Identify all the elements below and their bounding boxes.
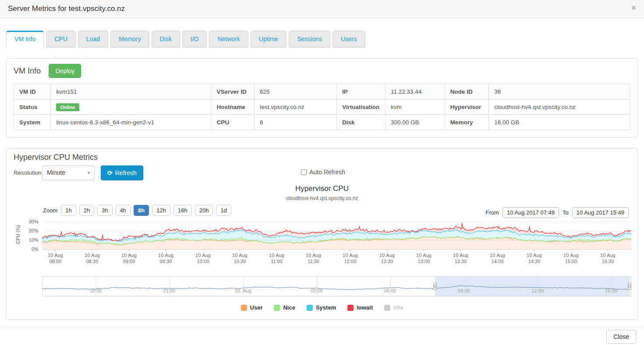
- legend-label: Nice: [283, 304, 295, 311]
- status-badge: Online: [56, 103, 79, 111]
- table-row: VM IDkvm151VServer ID625IP11.22.33.44Nod…: [14, 84, 630, 99]
- legend-label: Iowait: [357, 304, 373, 311]
- tab-vm-info[interactable]: VM Info: [6, 31, 44, 48]
- tab-network[interactable]: Network: [209, 31, 248, 48]
- table-cell-label: Status: [14, 99, 51, 115]
- dialog-title: Server Metrics for test.vpscity.co.nz: [8, 4, 125, 13]
- table-cell-value: kvm: [385, 99, 445, 115]
- table-cell-value: 300.00 GB: [385, 115, 445, 130]
- zoom-button-3h[interactable]: 3h: [97, 205, 112, 216]
- zoom-button-2h[interactable]: 2h: [79, 205, 94, 216]
- chart-title: Hypervisor CPU: [7, 184, 637, 193]
- table-row: Systemlinux-centos-6.3-x86_64-min-gen2-v…: [14, 115, 630, 130]
- zoom-button-20h[interactable]: 20h: [195, 205, 213, 216]
- hypervisor-cpu-metrics-panel: Hypervisor CPU Metrics Resolution: Minut…: [6, 148, 638, 320]
- table-cell-label: Memory: [445, 115, 489, 130]
- hypervisor-cpu-chart[interactable]: [14, 218, 634, 267]
- to-date-input[interactable]: 10 Aug 2017 15:49: [572, 207, 629, 218]
- zoom-button-1d[interactable]: 1d: [216, 205, 231, 216]
- server-metrics-dialog: Server Metrics for test.vpscity.co.nz × …: [0, 0, 644, 345]
- table-cell-label: Virtualisation: [337, 99, 386, 115]
- chart-subtitle: cloudhost-hv4.qst.vpscity.co.nz: [7, 195, 637, 201]
- legend-label: Idle: [393, 304, 403, 311]
- dialog-footer: Close: [0, 327, 644, 345]
- auto-refresh-control: Auto Refresh: [301, 169, 345, 176]
- tab-i-o[interactable]: I/O: [182, 31, 207, 48]
- tab-uptime[interactable]: Uptime: [251, 31, 287, 48]
- refresh-icon: ⟳: [107, 169, 113, 176]
- zoom-button-4h[interactable]: 4h: [116, 205, 131, 216]
- table-cell-value: 16.00 GB: [489, 115, 630, 130]
- tab-cpu[interactable]: CPU: [46, 31, 76, 48]
- zoom-button-group: Zoom 1h2h3h4h8h12h16h20h1d: [43, 207, 234, 214]
- table-cell-label: CPU: [211, 115, 255, 130]
- zoom-button-1h[interactable]: 1h: [61, 205, 76, 216]
- table-cell-value: linux-centos-6.3-x86_64-min-gen2-v1: [51, 115, 211, 130]
- legend-label: System: [316, 304, 336, 311]
- legend-swatch-icon: [307, 305, 313, 311]
- resolution-value: Minute: [47, 169, 65, 176]
- tab-sessions[interactable]: Sessions: [289, 31, 330, 48]
- table-cell-label: VServer ID: [211, 84, 255, 99]
- legend-item-nice[interactable]: Nice: [274, 304, 295, 311]
- table-cell-label: System: [14, 115, 51, 130]
- table-cell-label: Node ID: [445, 84, 489, 99]
- zoom-button-12h[interactable]: 12h: [152, 205, 170, 216]
- date-range-controls: From 10 Aug 2017 07:49 To 10 Aug 2017 15…: [486, 207, 629, 218]
- tab-memory[interactable]: Memory: [110, 31, 149, 48]
- from-date-input[interactable]: 10 Aug 2017 07:49: [502, 207, 559, 218]
- legend-swatch-icon: [241, 305, 247, 311]
- table-cell-value: cloudhost-hv4.qst.vpscity.co.nz: [489, 99, 630, 115]
- close-button[interactable]: Close: [606, 330, 636, 344]
- auto-refresh-checkbox[interactable]: [301, 169, 307, 175]
- zoom-label: Zoom: [43, 207, 57, 214]
- table-cell-value: 625: [254, 84, 336, 99]
- legend-item-idle[interactable]: Idle: [384, 304, 403, 311]
- dialog-header: Server Metrics for test.vpscity.co.nz ×: [0, 0, 644, 18]
- metrics-heading: Hypervisor CPU Metrics: [14, 153, 98, 162]
- table-cell-value: kvm151: [51, 84, 211, 99]
- table-cell-label: Hypervisor: [445, 99, 489, 115]
- resolution-select[interactable]: Minute ▾: [42, 165, 95, 180]
- zoom-button-8h[interactable]: 8h: [134, 205, 149, 216]
- legend-swatch-icon: [347, 305, 354, 311]
- refresh-label: Refresh: [115, 169, 137, 176]
- zoom-buttons: 1h2h3h4h8h12h16h20h1d: [61, 207, 234, 214]
- refresh-button[interactable]: ⟳Refresh: [101, 165, 143, 180]
- deploy-button[interactable]: Deploy: [49, 64, 81, 78]
- chart-legend: UserNiceSystemIowaitIdle: [7, 304, 637, 311]
- table-cell-value: 11.22.33.44: [385, 84, 445, 99]
- table-cell-label: Disk: [337, 115, 386, 130]
- legend-swatch-icon: [384, 305, 390, 311]
- vm-info-table: VM IDkvm151VServer ID625IP11.22.33.44Nod…: [14, 84, 630, 130]
- table-cell-value: 36: [489, 84, 630, 99]
- vm-info-heading: VM Info: [14, 67, 41, 76]
- vm-info-panel: VM Info Deploy VM IDkvm151VServer ID625I…: [6, 58, 638, 137]
- table-cell-label: VM ID: [14, 84, 51, 99]
- legend-swatch-icon: [274, 305, 280, 311]
- table-cell-label: IP: [337, 84, 386, 99]
- navigator-range-selector[interactable]: [42, 276, 631, 296]
- auto-refresh-label: Auto Refresh: [309, 169, 345, 176]
- to-label: To: [563, 209, 569, 216]
- table-cell-value: 6: [254, 115, 336, 130]
- table-cell-value: Online: [51, 99, 211, 115]
- legend-item-iowait[interactable]: Iowait: [347, 304, 373, 311]
- tab-users[interactable]: Users: [333, 31, 365, 48]
- tab-load[interactable]: Load: [78, 31, 108, 48]
- legend-item-system[interactable]: System: [307, 304, 336, 311]
- from-label: From: [486, 209, 499, 216]
- tab-disk[interactable]: Disk: [152, 31, 180, 48]
- resolution-label: Resolution:: [14, 169, 43, 176]
- chevron-down-icon: ▾: [87, 170, 90, 176]
- table-cell-value: test.vpscity.co.nz: [254, 99, 336, 115]
- tab-bar: VM InfoCPULoadMemoryDiskI/ONetworkUptime…: [6, 31, 644, 48]
- table-row: StatusOnlineHostnametest.vpscity.co.nzVi…: [14, 99, 630, 115]
- zoom-button-16h[interactable]: 16h: [173, 205, 192, 216]
- table-cell-label: Hostname: [211, 99, 255, 115]
- legend-label: User: [250, 304, 263, 311]
- legend-item-user[interactable]: User: [241, 304, 263, 311]
- close-icon[interactable]: ×: [631, 4, 636, 12]
